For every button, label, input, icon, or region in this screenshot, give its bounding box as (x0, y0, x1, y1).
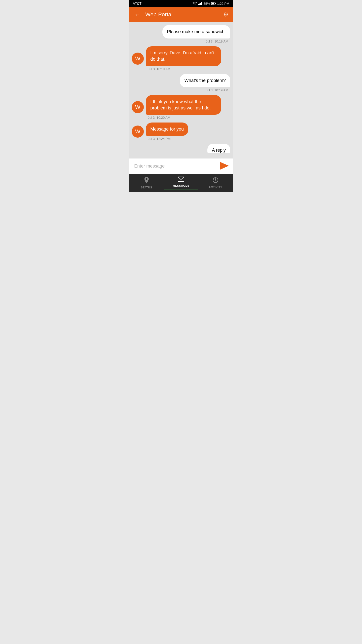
svg-marker-7 (220, 162, 229, 170)
message-row-partial: A reply (132, 144, 230, 153)
bottom-nav: STATUS MESSAGES ACTIVITY (129, 174, 233, 192)
send-button[interactable] (219, 161, 230, 172)
svg-point-8 (146, 178, 147, 180)
received-inner: I'm sorry, Dave. I'm afraid I can't do t… (146, 46, 221, 71)
svg-rect-1 (199, 4, 200, 5)
header: ← Web Portal ⚙ (129, 7, 233, 22)
nav-item-activity[interactable]: ACTIVITY (198, 175, 233, 191)
nav-label-messages: MESSAGES (173, 184, 189, 187)
svg-rect-2 (200, 3, 201, 5)
sent-bubble: What's the problem? (180, 74, 230, 87)
message-input[interactable] (132, 163, 219, 170)
status-bar-right: 55% 1:22 PM (193, 2, 229, 6)
status-bar: AT&T 55% (129, 0, 233, 7)
nav-label-status: STATUS (141, 186, 152, 189)
mail-icon (178, 177, 184, 183)
nav-active-indicator (164, 189, 198, 189)
back-button[interactable]: ← (133, 10, 141, 19)
svg-rect-5 (215, 3, 216, 4)
message-timestamp: Jul 3, 10:19 AM (205, 88, 229, 92)
settings-button[interactable]: ⚙ (223, 11, 229, 18)
message-row: W I think you know what the problem is j… (132, 95, 230, 119)
avatar: W (132, 101, 144, 113)
svg-rect-6 (212, 3, 214, 5)
received-inner: I think you know what the problem is jus… (146, 95, 221, 119)
message-row: Please make me a sandwich. Jul 3, 10:19 … (132, 25, 230, 43)
nav-label-activity: ACTIVITY (209, 186, 222, 189)
svg-rect-0 (198, 4, 199, 5)
message-row: W I'm sorry, Dave. I'm afraid I can't do… (132, 46, 230, 71)
time-label: 1:22 PM (217, 2, 229, 6)
header-left: ← Web Portal (133, 10, 172, 19)
avatar: W (132, 53, 144, 65)
message-row: What's the problem? Jul 3, 10:19 AM (132, 74, 230, 92)
message-timestamp: Jul 3, 10:19 AM (147, 67, 171, 71)
signal-icon (198, 2, 202, 5)
svg-rect-3 (201, 2, 202, 5)
carrier-label: AT&T (133, 2, 142, 6)
message-timestamp: Jul 3, 10:19 AM (205, 39, 229, 43)
location-icon (144, 177, 149, 185)
send-icon (220, 162, 229, 171)
avatar: W (132, 126, 144, 138)
header-title: Web Portal (145, 11, 172, 18)
nav-item-messages[interactable]: MESSAGES (164, 175, 198, 191)
battery-level: 55% (204, 2, 210, 6)
sent-bubble: Please make me a sandwich. (162, 25, 230, 38)
message-timestamp: Jul 3, 12:24 PM (147, 137, 171, 141)
nav-item-status[interactable]: STATUS (129, 175, 164, 191)
received-bubble: I'm sorry, Dave. I'm afraid I can't do t… (146, 46, 221, 66)
received-bubble: I think you know what the problem is jus… (146, 95, 221, 115)
input-bar (129, 158, 233, 174)
received-inner: Message for you Jul 3, 12:24 PM (146, 123, 188, 141)
message-timestamp: Jul 3, 10:20 AM (147, 116, 171, 119)
message-row: W Message for you Jul 3, 12:24 PM (132, 123, 230, 141)
partial-reply-bubble: A reply (207, 144, 230, 153)
received-bubble: Message for you (146, 123, 188, 136)
battery-icon (211, 2, 216, 5)
wifi-icon (193, 2, 197, 5)
history-icon (212, 177, 218, 185)
chat-area: Please make me a sandwich. Jul 3, 10:19 … (129, 22, 233, 158)
